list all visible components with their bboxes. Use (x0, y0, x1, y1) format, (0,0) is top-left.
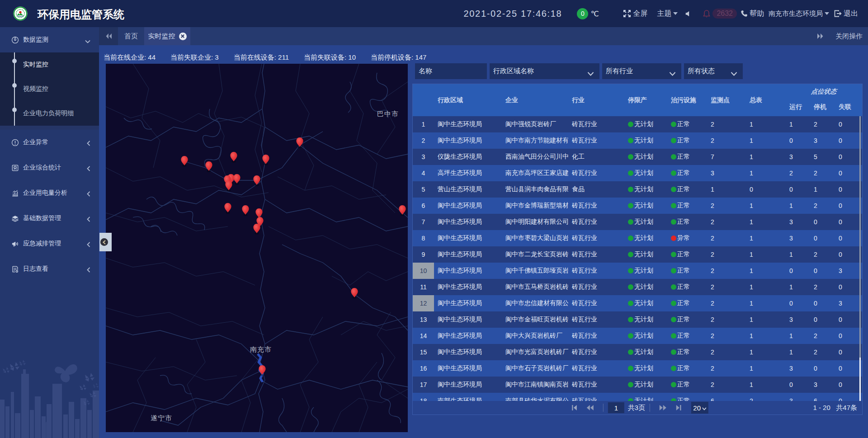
sidebar-item-base-data[interactable]: 基础数据管理 (0, 206, 99, 231)
sidebar-item-enterprise-abnormal[interactable]: 企业异常 (0, 130, 99, 155)
help-button[interactable]: 帮助 (741, 9, 764, 19)
page-size-select[interactable]: 20 (691, 402, 708, 414)
status-select[interactable]: 所有状态 (684, 63, 743, 79)
separator (603, 404, 604, 412)
theme-dropdown[interactable]: 主题 (657, 9, 678, 19)
cell-meter: 1 (746, 246, 786, 263)
cell-index: 18 (413, 393, 434, 401)
region-select[interactable]: 行政区域名称 (490, 63, 599, 79)
cell-meter: 1 (746, 149, 786, 165)
close-operations-button[interactable]: 关闭操作 (835, 32, 863, 41)
cell-enterprise: 阆中市金福旺页岩机砖 (502, 311, 568, 328)
table-row[interactable]: 17阆中生态环境局阆中市江南镇阆南页岩砖瓦行业无计划正常21030 (413, 377, 862, 393)
megaphone-icon (11, 240, 19, 248)
table-row[interactable]: 4高坪生态环境局南充市高坪区王家店建砖瓦行业无计划正常31220 (413, 165, 862, 181)
cell-index: 8 (413, 230, 434, 246)
table-row[interactable]: 14阆中生态环境局阆中大兴页岩机砖厂砖瓦行业无计划正常21120 (413, 328, 862, 344)
map-panel[interactable]: 巴中市 南充市 遂宁市 (106, 64, 408, 432)
cell-limit: 无计划 (624, 230, 667, 246)
log-file-icon (11, 265, 19, 273)
scrollbar-thumb[interactable] (859, 358, 861, 401)
cell-stopped: 2 (810, 328, 835, 344)
tabs-scroll-left-button[interactable] (99, 27, 118, 45)
cell-enterprise: 阆中市光富页岩机砖厂 (502, 344, 568, 360)
page-number-input[interactable]: 1 (608, 402, 624, 413)
sidebar-subitem-realtime[interactable]: 实时监控 (0, 52, 99, 77)
app-header: 环保用电监管系统 2021-02-25 17:46:18 0 ℃ 全屏 主题 (0, 0, 868, 27)
table-row[interactable]: 6阆中生态环境局阆中市金博瑞新型墙材砖瓦行业无计划正常21120 (413, 198, 862, 214)
sidebar-item-enterprise-stats[interactable]: 企业综合统计 (0, 155, 99, 180)
cell-region: 阆中生态环境局 (434, 311, 502, 328)
table-row[interactable]: 3仪陇生态环境局西南油气田分公司川中化工无计划正常71350 (413, 149, 862, 165)
cell-treatment: 正常 (667, 295, 707, 311)
table-row[interactable]: 1阆中生态环境局阆中强锐页岩砖厂砖瓦行业无计划正常21120 (413, 116, 862, 132)
sidebar-subitem-video[interactable]: 视频监控 (0, 77, 99, 101)
sidebar-subitem-power-load[interactable]: 企业电力负荷明细 (0, 101, 99, 126)
cell-region: 阆中生态环境局 (434, 132, 502, 149)
sidebar-item-label: 应急减排管理 (23, 240, 61, 248)
table-row[interactable]: 5营山生态环境局营山县润丰肉食品有限食品无计划正常10010 (413, 181, 862, 198)
sidebar-item-data-monitor[interactable]: 数据监测 (0, 27, 99, 52)
notifications-button[interactable]: 2632 (703, 9, 737, 19)
table-row[interactable]: 11阆中生态环境局阆中市五马桥页岩机砖砖瓦行业无计划正常21120 (413, 279, 862, 295)
fullscreen-button[interactable]: 全屏 (623, 9, 647, 19)
double-chevron-right-icon[interactable] (817, 33, 824, 39)
cell-region: 阆中生态环境局 (434, 214, 502, 230)
cell-region: 阆中生态环境局 (434, 116, 502, 132)
table-row[interactable]: 15阆中生态环境局阆中市光富页岩机砖厂砖瓦行业无计划正常21120 (413, 344, 862, 360)
table-row[interactable]: 12阆中生态环境局阆中市忠信建材有限公砖瓦行业无计划正常21003 (413, 295, 862, 311)
col-header-enterprise: 企业 (502, 84, 568, 116)
last-page-button[interactable] (676, 405, 682, 411)
table-row[interactable]: 10阆中生态环境局阆中千佛镇五郎垭页岩砖瓦行业无计划正常21003 (413, 263, 862, 279)
logout-label: 退出 (844, 9, 858, 19)
sidebar-collapse-button[interactable] (99, 233, 112, 251)
cell-enterprise: 阆中市枣碧大梁山页岩 (502, 230, 568, 246)
cell-enterprise: 营山县润丰肉食品有限 (502, 181, 568, 198)
industry-select[interactable]: 所有行业 (602, 63, 681, 79)
cell-running: 1 (786, 116, 810, 132)
cell-lost: 3 (835, 295, 862, 311)
double-chevron-left-icon (105, 33, 112, 39)
status-dot-green (628, 268, 633, 273)
cell-industry: 化工 (568, 149, 624, 165)
cell-index: 14 (413, 328, 434, 344)
status-dot-green (628, 366, 633, 371)
table-row[interactable]: 8阆中生态环境局阆中市枣碧大梁山页岩砖瓦行业无计划异常21300 (413, 230, 862, 246)
tab-realtime-monitor[interactable]: 实时监控 (144, 27, 190, 45)
table-row[interactable]: 7阆中生态环境局阆中明阳建材有限公司砖瓦行业无计划正常21300 (413, 214, 862, 230)
table-row[interactable]: 9阆中生态环境局阆中市二龙长宝页岩砖砖瓦行业无计划正常21120 (413, 246, 862, 263)
cell-industry: 砖瓦行业 (568, 393, 624, 401)
col-header-limit: 停限产 (624, 84, 667, 116)
enterprise-table: 行政区域 企业 行业 停限产 治污设施 监测点 总表 点位状态 运行 停机 失联… (412, 84, 863, 415)
table-row[interactable]: 2阆中生态环境局阆中市南方节能建材有砖瓦行业无计划正常21030 (413, 132, 862, 149)
cell-index: 16 (413, 360, 434, 377)
sidebar-item-emergency[interactable]: 应急减排管理 (0, 231, 99, 256)
logout-button[interactable]: 退出 (834, 9, 858, 19)
tab-home[interactable]: 首页 (118, 27, 144, 45)
table-row[interactable]: 16阆中生态环境局阆中市石子页岩机砖厂砖瓦行业无计划正常21300 (413, 360, 862, 377)
tab-close-icon[interactable] (179, 33, 187, 40)
prev-page-button[interactable] (586, 405, 594, 411)
table-scrollbar[interactable] (859, 116, 861, 401)
sidebar-item-logs[interactable]: 日志查看 (0, 256, 99, 282)
name-search-input[interactable]: 名称 (415, 63, 487, 79)
bar-chart-icon (11, 189, 19, 197)
cell-running: 1 (786, 344, 810, 360)
group-header-label: 点位状态 (785, 84, 863, 99)
next-page-button[interactable] (659, 405, 667, 411)
sidebar-item-power-analysis[interactable]: 企业用电量分析 (0, 180, 99, 206)
status-dot-green (628, 284, 633, 290)
first-page-button[interactable] (571, 405, 577, 411)
cell-treatment: 正常 (667, 165, 707, 181)
table-row[interactable]: 18南部生态环境局南部县砖华水泥有限公砖瓦行业无计划正常62360 (413, 393, 862, 401)
cell-region: 阆中生态环境局 (434, 263, 502, 279)
col-header-running: 运行 (786, 103, 810, 111)
mute-button[interactable] (685, 10, 691, 17)
cell-monitor: 6 (707, 393, 746, 401)
cell-monitor: 1 (707, 181, 746, 198)
cell-enterprise: 阆中强锐页岩砖厂 (502, 116, 568, 132)
bullet-dot-icon (12, 108, 17, 112)
org-dropdown[interactable]: 南充市生态环境局 (769, 9, 829, 18)
table-row[interactable]: 13阆中生态环境局阆中市金福旺页岩机砖砖瓦行业无计划正常21300 (413, 311, 862, 328)
alert-circle-icon (11, 138, 19, 146)
